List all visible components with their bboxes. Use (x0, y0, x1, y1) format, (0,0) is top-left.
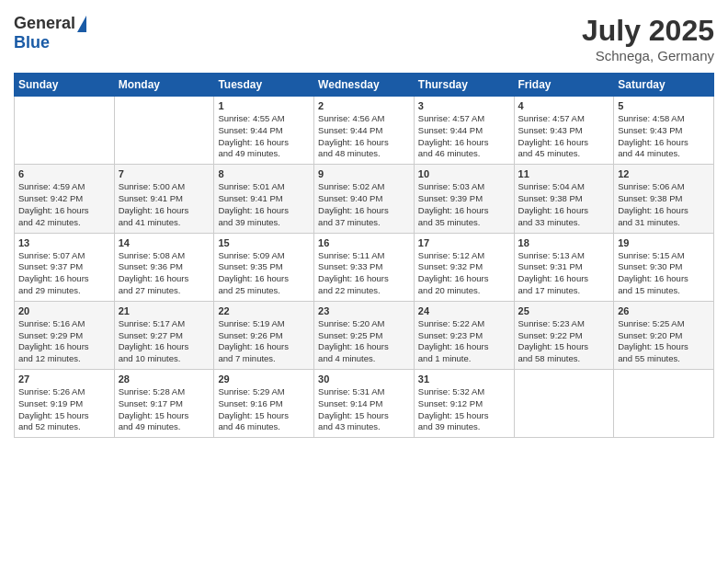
day-info: Sunrise: 5:15 AM Sunset: 9:30 PM Dayligh… (618, 250, 710, 297)
day-number: 18 (518, 237, 610, 248)
calendar-cell (514, 370, 614, 438)
calendar-table: SundayMondayTuesdayWednesdayThursdayFrid… (14, 73, 714, 438)
calendar-cell: 16Sunrise: 5:11 AM Sunset: 9:33 PM Dayli… (314, 233, 415, 301)
calendar-week-row: 6Sunrise: 4:59 AM Sunset: 9:42 PM Daylig… (15, 165, 714, 233)
calendar-cell: 30Sunrise: 5:31 AM Sunset: 9:14 PM Dayli… (314, 370, 415, 438)
calendar-cell: 19Sunrise: 5:15 AM Sunset: 9:30 PM Dayli… (614, 233, 714, 301)
day-number: 3 (418, 100, 510, 111)
day-info: Sunrise: 5:03 AM Sunset: 9:39 PM Dayligh… (418, 181, 510, 228)
day-number: 30 (318, 373, 410, 385)
day-info: Sunrise: 5:29 AM Sunset: 9:16 PM Dayligh… (218, 386, 310, 433)
day-info: Sunrise: 4:57 AM Sunset: 9:44 PM Dayligh… (418, 113, 510, 160)
day-number: 17 (418, 237, 510, 248)
calendar-cell: 26Sunrise: 5:25 AM Sunset: 9:20 PM Dayli… (614, 301, 714, 369)
calendar-week-row: 13Sunrise: 5:07 AM Sunset: 9:37 PM Dayli… (15, 233, 714, 301)
calendar-cell: 31Sunrise: 5:32 AM Sunset: 9:12 PM Dayli… (414, 370, 514, 438)
logo-triangle-icon (77, 16, 86, 32)
day-info: Sunrise: 5:06 AM Sunset: 9:38 PM Dayligh… (618, 181, 710, 228)
day-number: 26 (618, 305, 710, 316)
day-number: 2 (318, 100, 410, 111)
calendar-cell (114, 97, 214, 165)
calendar-cell: 5Sunrise: 4:58 AM Sunset: 9:43 PM Daylig… (614, 97, 714, 165)
day-info: Sunrise: 5:00 AM Sunset: 9:41 PM Dayligh… (119, 181, 210, 228)
day-info: Sunrise: 5:13 AM Sunset: 9:31 PM Dayligh… (518, 250, 610, 297)
weekday-header-row: SundayMondayTuesdayWednesdayThursdayFrid… (15, 74, 714, 97)
day-info: Sunrise: 5:08 AM Sunset: 9:36 PM Dayligh… (119, 250, 210, 297)
calendar-cell: 7Sunrise: 5:00 AM Sunset: 9:41 PM Daylig… (114, 165, 214, 233)
calendar-cell: 18Sunrise: 5:13 AM Sunset: 9:31 PM Dayli… (514, 233, 614, 301)
day-info: Sunrise: 5:11 AM Sunset: 9:33 PM Dayligh… (318, 250, 410, 297)
day-number: 5 (618, 100, 710, 111)
day-info: Sunrise: 5:26 AM Sunset: 9:19 PM Dayligh… (18, 386, 110, 433)
calendar-cell: 4Sunrise: 4:57 AM Sunset: 9:43 PM Daylig… (514, 97, 614, 165)
day-info: Sunrise: 5:04 AM Sunset: 9:38 PM Dayligh… (518, 181, 610, 228)
day-number: 19 (618, 237, 710, 248)
day-number: 31 (418, 373, 510, 385)
location-subtitle: Schnega, Germany (582, 48, 714, 63)
day-info: Sunrise: 5:17 AM Sunset: 9:27 PM Dayligh… (119, 318, 210, 365)
day-info: Sunrise: 5:12 AM Sunset: 9:32 PM Dayligh… (418, 250, 510, 297)
logo-blue-text: Blue (14, 33, 50, 52)
calendar-cell: 11Sunrise: 5:04 AM Sunset: 9:38 PM Dayli… (514, 165, 614, 233)
day-number: 28 (119, 373, 210, 385)
weekday-header-monday: Monday (114, 74, 214, 97)
calendar-week-row: 27Sunrise: 5:26 AM Sunset: 9:19 PM Dayli… (15, 370, 714, 438)
day-info: Sunrise: 4:57 AM Sunset: 9:43 PM Dayligh… (518, 113, 610, 160)
title-block: July 2025 Schnega, Germany (582, 14, 714, 63)
calendar-cell: 1Sunrise: 4:55 AM Sunset: 9:44 PM Daylig… (214, 97, 314, 165)
calendar-cell: 17Sunrise: 5:12 AM Sunset: 9:32 PM Dayli… (414, 233, 514, 301)
weekday-header-friday: Friday (514, 74, 614, 97)
calendar-cell (614, 370, 714, 438)
day-number: 22 (218, 305, 310, 316)
day-info: Sunrise: 5:20 AM Sunset: 9:25 PM Dayligh… (318, 318, 410, 365)
day-info: Sunrise: 5:09 AM Sunset: 9:35 PM Dayligh… (218, 250, 310, 297)
day-number: 29 (218, 373, 310, 385)
calendar-week-row: 1Sunrise: 4:55 AM Sunset: 9:44 PM Daylig… (15, 97, 714, 165)
calendar-week-row: 20Sunrise: 5:16 AM Sunset: 9:29 PM Dayli… (15, 301, 714, 369)
day-info: Sunrise: 5:32 AM Sunset: 9:12 PM Dayligh… (418, 386, 510, 433)
day-info: Sunrise: 5:31 AM Sunset: 9:14 PM Dayligh… (318, 386, 410, 433)
day-number: 8 (218, 168, 310, 179)
day-number: 10 (418, 168, 510, 179)
calendar-cell: 28Sunrise: 5:28 AM Sunset: 9:17 PM Dayli… (114, 370, 214, 438)
day-number: 12 (618, 168, 710, 179)
day-info: Sunrise: 5:25 AM Sunset: 9:20 PM Dayligh… (618, 318, 710, 365)
calendar-cell: 22Sunrise: 5:19 AM Sunset: 9:26 PM Dayli… (214, 301, 314, 369)
day-number: 27 (18, 373, 110, 385)
weekday-header-sunday: Sunday (15, 74, 115, 97)
day-number: 1 (218, 100, 310, 111)
day-info: Sunrise: 5:16 AM Sunset: 9:29 PM Dayligh… (18, 318, 110, 365)
logo: General Blue (14, 14, 86, 52)
weekday-header-thursday: Thursday (414, 74, 514, 97)
day-number: 24 (418, 305, 510, 316)
day-number: 7 (119, 168, 210, 179)
weekday-header-saturday: Saturday (614, 74, 714, 97)
day-info: Sunrise: 5:23 AM Sunset: 9:22 PM Dayligh… (518, 318, 610, 365)
calendar-cell: 6Sunrise: 4:59 AM Sunset: 9:42 PM Daylig… (15, 165, 115, 233)
page-header: General Blue July 2025 Schnega, Germany (14, 14, 714, 63)
day-info: Sunrise: 5:02 AM Sunset: 9:40 PM Dayligh… (318, 181, 410, 228)
calendar-cell: 14Sunrise: 5:08 AM Sunset: 9:36 PM Dayli… (114, 233, 214, 301)
calendar-cell (15, 97, 115, 165)
day-number: 6 (18, 168, 110, 179)
day-number: 4 (518, 100, 610, 111)
weekday-header-tuesday: Tuesday (214, 74, 314, 97)
calendar-cell: 10Sunrise: 5:03 AM Sunset: 9:39 PM Dayli… (414, 165, 514, 233)
day-number: 21 (119, 305, 210, 316)
day-number: 9 (318, 168, 410, 179)
calendar-cell: 3Sunrise: 4:57 AM Sunset: 9:44 PM Daylig… (414, 97, 514, 165)
calendar-cell: 24Sunrise: 5:22 AM Sunset: 9:23 PM Dayli… (414, 301, 514, 369)
calendar-cell: 25Sunrise: 5:23 AM Sunset: 9:22 PM Dayli… (514, 301, 614, 369)
calendar-cell: 13Sunrise: 5:07 AM Sunset: 9:37 PM Dayli… (15, 233, 115, 301)
calendar-cell: 2Sunrise: 4:56 AM Sunset: 9:44 PM Daylig… (314, 97, 415, 165)
day-number: 13 (18, 237, 110, 248)
day-number: 15 (218, 237, 310, 248)
day-info: Sunrise: 5:01 AM Sunset: 9:41 PM Dayligh… (218, 181, 310, 228)
day-info: Sunrise: 5:22 AM Sunset: 9:23 PM Dayligh… (418, 318, 510, 365)
day-info: Sunrise: 5:07 AM Sunset: 9:37 PM Dayligh… (18, 250, 110, 297)
calendar-cell: 20Sunrise: 5:16 AM Sunset: 9:29 PM Dayli… (15, 301, 115, 369)
calendar-cell: 29Sunrise: 5:29 AM Sunset: 9:16 PM Dayli… (214, 370, 314, 438)
day-number: 25 (518, 305, 610, 316)
day-info: Sunrise: 4:58 AM Sunset: 9:43 PM Dayligh… (618, 113, 710, 160)
month-year-title: July 2025 (582, 14, 714, 48)
